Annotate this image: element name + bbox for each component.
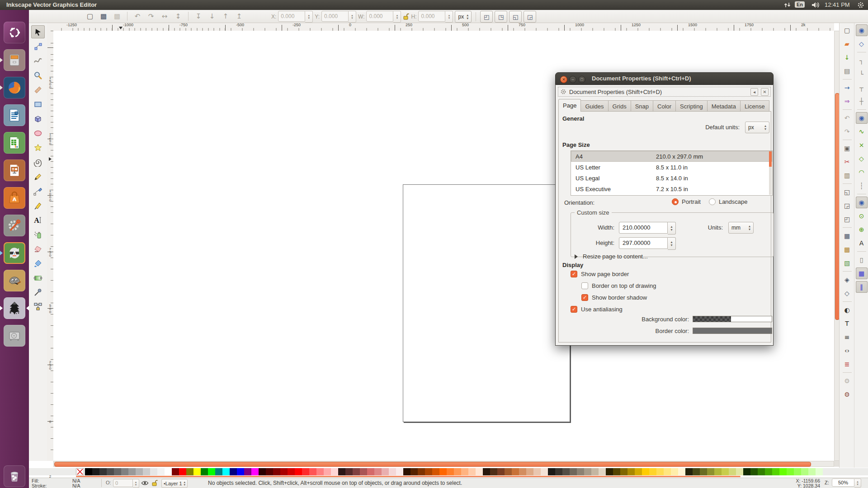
color-swatch[interactable] xyxy=(620,468,627,475)
document-page[interactable] xyxy=(403,184,570,422)
close-button[interactable]: ✕ xyxy=(560,76,567,83)
checkbox-border-on-top-of-drawing[interactable] xyxy=(581,282,588,289)
color-swatch[interactable] xyxy=(230,468,237,475)
snap-grids-icon[interactable]: ▦ xyxy=(856,267,868,279)
color-swatch[interactable] xyxy=(179,468,186,475)
color-swatch[interactable] xyxy=(714,468,722,475)
color-swatch[interactable] xyxy=(273,468,280,475)
ungroup-objects-icon[interactable]: ◇ xyxy=(841,287,853,299)
document-properties-icon[interactable]: ⚙ xyxy=(841,389,853,400)
color-swatch[interactable] xyxy=(418,468,425,475)
minimize-button[interactable]: – xyxy=(569,76,576,83)
snap-text-baseline-icon[interactable]: A xyxy=(856,237,868,249)
color-swatch[interactable] xyxy=(447,468,454,475)
align-distribute-icon[interactable]: ≣ xyxy=(841,358,853,370)
color-swatch[interactable] xyxy=(656,468,664,475)
height-field[interactable]: 297.00000 xyxy=(619,237,668,249)
pen-tool[interactable] xyxy=(31,184,45,197)
y-field[interactable]: 0.000 xyxy=(321,11,349,22)
color-swatch[interactable] xyxy=(736,468,743,475)
affect-scale-toggle[interactable]: ◳ xyxy=(495,11,507,23)
zoom-selection-icon[interactable]: ◱ xyxy=(841,186,853,198)
color-swatch[interactable] xyxy=(403,468,410,475)
color-swatch[interactable] xyxy=(165,468,172,475)
keyboard-indicator-icon[interactable] xyxy=(783,1,792,9)
rotate-cw-icon[interactable]: ↷ xyxy=(145,11,157,22)
snap-bbox-icon[interactable]: ◇ xyxy=(856,38,868,50)
tweak-tool[interactable] xyxy=(31,54,45,67)
zoom-tool[interactable] xyxy=(31,69,45,82)
color-swatch[interactable] xyxy=(599,468,606,475)
color-swatch[interactable] xyxy=(324,468,331,475)
launcher-item-libreoffice-impress[interactable] xyxy=(4,160,25,181)
calligraphy-tool[interactable] xyxy=(31,199,45,212)
color-swatch[interactable] xyxy=(186,468,193,475)
redo-icon[interactable]: ↷ xyxy=(841,126,853,137)
panel-close-icon[interactable]: ✕ xyxy=(761,88,769,96)
opacity-widget[interactable]: 0 ▴▾ xyxy=(113,479,139,488)
raise-to-top-icon[interactable]: ↥ xyxy=(233,11,245,22)
radio-portrait[interactable] xyxy=(672,198,679,205)
box3d-tool[interactable] xyxy=(31,112,45,125)
maximize-button[interactable]: ▢ xyxy=(578,76,585,83)
snap-line-midpoints-icon[interactable]: ┆ xyxy=(856,180,868,192)
page-size-list[interactable]: A4210.0 x 297.0 mmUS Letter8.5 x 11.0 in… xyxy=(571,150,773,196)
color-swatch[interactable] xyxy=(266,468,273,475)
color-swatch[interactable] xyxy=(794,468,801,475)
paste-icon[interactable]: ▥ xyxy=(841,169,853,181)
launcher-item-system-settings[interactable] xyxy=(4,215,25,236)
deselect-icon[interactable]: ▩ xyxy=(111,11,123,22)
flip-vertical-icon[interactable]: ↕ xyxy=(172,11,184,22)
color-swatch[interactable] xyxy=(382,468,389,475)
launcher-item-inkscape[interactable] xyxy=(4,297,25,319)
w-field[interactable]: 0.000 xyxy=(366,11,393,22)
panel-detach-icon[interactable]: ◂ xyxy=(750,88,758,96)
snap-page-border-icon[interactable]: ▯ xyxy=(856,254,868,266)
color-swatch[interactable] xyxy=(664,468,671,475)
resize-expander[interactable]: Resize page to content... xyxy=(575,253,648,260)
color-swatch[interactable] xyxy=(772,468,779,475)
snap-smooth-nodes-icon[interactable]: ◠ xyxy=(856,166,868,178)
vertical-ruler[interactable] xyxy=(47,31,54,461)
measure-tool[interactable] xyxy=(31,83,45,96)
color-swatch[interactable] xyxy=(128,468,136,475)
color-swatch[interactable] xyxy=(519,468,526,475)
color-swatch[interactable] xyxy=(505,468,512,475)
color-swatch[interactable] xyxy=(649,468,656,475)
layer-selector[interactable]: •Layer 1 ▴▾ xyxy=(161,479,188,488)
tab-page[interactable]: Page xyxy=(558,99,581,112)
page-size-row[interactable]: US Letter8.5 x 11.0 in xyxy=(571,162,772,173)
color-swatch[interactable] xyxy=(367,468,374,475)
unit-dropdown[interactable]: px▴▾ xyxy=(455,11,472,23)
dropper-tool[interactable] xyxy=(31,286,45,299)
undo-icon[interactable]: ↶ xyxy=(841,112,853,124)
canvas-horizontal-scrollbar[interactable] xyxy=(53,461,834,467)
color-swatch[interactable] xyxy=(743,468,750,475)
snap-others-icon[interactable]: ◉ xyxy=(856,197,868,208)
color-swatch[interactable] xyxy=(237,468,244,475)
color-swatch[interactable] xyxy=(353,468,360,475)
y-field-spinner[interactable]: ▴▾ xyxy=(349,11,356,23)
color-swatch[interactable] xyxy=(302,468,309,475)
flip-horizontal-icon[interactable]: ↔ xyxy=(159,11,170,22)
zoom-drawing-icon[interactable]: ◲ xyxy=(841,200,853,211)
color-swatch[interactable] xyxy=(461,468,468,475)
color-swatch[interactable] xyxy=(562,468,570,475)
session-gear-icon[interactable] xyxy=(857,1,864,9)
eraser-tool[interactable] xyxy=(31,242,45,255)
text-tool[interactable]: A xyxy=(31,213,45,226)
layers-dialog-icon[interactable]: ≡ xyxy=(841,331,853,343)
fill-stroke-icon[interactable]: ◐ xyxy=(841,304,853,316)
rotate-ccw-icon[interactable]: ↶ xyxy=(132,11,143,22)
snap-bbox-midpoints-icon[interactable]: ┬ xyxy=(856,82,868,94)
raise-one-step-icon[interactable]: ↑ xyxy=(220,11,231,22)
color-swatch[interactable] xyxy=(787,468,794,475)
color-swatch[interactable] xyxy=(454,468,461,475)
border-color-swatch[interactable] xyxy=(693,328,772,334)
color-swatch[interactable] xyxy=(99,468,107,475)
color-swatch[interactable] xyxy=(201,468,208,475)
color-swatch[interactable] xyxy=(577,468,584,475)
horizontal-ruler[interactable] xyxy=(47,23,834,31)
snap-object-centers-icon[interactable]: ⊙ xyxy=(856,210,868,222)
color-swatch[interactable] xyxy=(758,468,765,475)
